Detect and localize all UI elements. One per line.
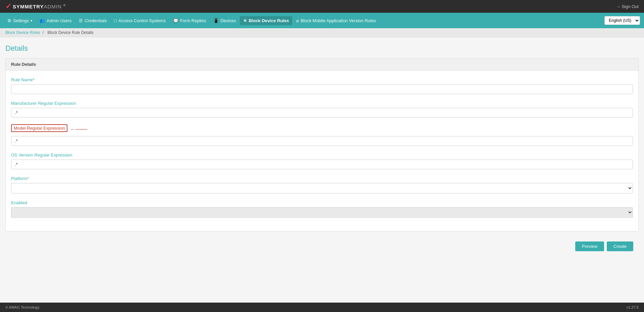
nav-item-block-mobile[interactable]: ⌀ Block Mobile Application Version Rules	[293, 16, 379, 25]
manufacturer-regex-input[interactable]	[11, 108, 633, 118]
top-bar: ✓ SYMMETRYADMIN ® → Sign Out	[0, 0, 644, 13]
nav-items: ⚙ Settings ▾ 👥 Admin Users ☰ Credentials…	[4, 16, 379, 25]
admin-users-icon: 👥	[40, 18, 45, 23]
footer-version: v1.27.6	[627, 305, 639, 309]
logo: ✓ SYMMETRYADMIN ®	[5, 3, 66, 10]
preview-button[interactable]: Preview	[575, 241, 604, 251]
enabled-select[interactable]	[11, 207, 633, 218]
nav-item-devices[interactable]: 📱 Devices	[210, 16, 239, 25]
create-button[interactable]: Create	[607, 241, 633, 251]
details-card: Rule Details Rule Name* Manufacturer Reg…	[5, 58, 639, 231]
main-content: Details Rule Details Rule Name* Manufact…	[0, 37, 644, 303]
platform-group: Platform*	[11, 176, 633, 193]
settings-icon: ⚙	[7, 18, 11, 23]
nav-item-block-device-rules[interactable]: ✕ Block Device Rules	[240, 16, 292, 25]
devices-icon: 📱	[213, 18, 219, 23]
breadcrumb-current: Block Device Rule Details	[47, 30, 93, 35]
nav-block-device-rules-label: Block Device Rules	[249, 18, 289, 23]
breadcrumb-link-block-device-rules[interactable]: Block Device Rules	[5, 30, 40, 35]
logo-text: SYMMETRYADMIN ®	[13, 4, 66, 9]
settings-dropdown-icon: ▾	[31, 19, 32, 23]
model-regex-input[interactable]	[11, 136, 633, 146]
breadcrumb-separator: /	[43, 30, 45, 35]
nav-admin-users-label: Admin Users	[47, 18, 71, 23]
nav-item-access-control[interactable]: □ Access Control Systems	[111, 16, 169, 25]
sign-out-icon: →	[616, 4, 620, 9]
model-regex-label-row: Model Regular Expression ←───	[11, 124, 633, 134]
block-mobile-icon: ⌀	[296, 18, 299, 23]
page-title: Details	[5, 44, 639, 53]
platform-select[interactable]	[11, 183, 633, 193]
footer-actions: Preview Create	[5, 238, 639, 255]
nav-item-settings[interactable]: ⚙ Settings ▾	[4, 16, 36, 25]
nav-access-control-label: Access Control Systems	[118, 18, 166, 23]
rule-name-input[interactable]	[11, 84, 633, 94]
os-version-regex-label: OS Version Regular Expression	[11, 152, 633, 158]
nav-devices-label: Devices	[220, 18, 236, 23]
platform-label: Platform*	[11, 176, 633, 181]
breadcrumb: Block Device Rules / Block Device Rule D…	[0, 28, 644, 37]
model-regex-label: Model Regular Expression	[11, 124, 67, 132]
block-device-rules-icon: ✕	[243, 18, 247, 23]
enabled-label: Enabled	[11, 200, 633, 205]
nav-block-mobile-label: Block Mobile Application Version Rules	[301, 18, 376, 23]
logo-icon: ✓	[5, 3, 11, 10]
language-selector[interactable]: English (US)	[604, 16, 640, 25]
manufacturer-regex-group: Manufacturer Regular Expression	[11, 101, 633, 118]
sign-out-button[interactable]: → Sign Out	[616, 4, 639, 9]
enabled-group: Enabled	[11, 200, 633, 218]
manufacturer-regex-label: Manufacturer Regular Expression	[11, 101, 633, 106]
nav-form-replies-label: Form Replies	[180, 18, 206, 23]
card-body: Rule Name* Manufacturer Regular Expressi…	[6, 71, 638, 231]
card-header: Rule Details	[6, 58, 638, 71]
sign-out-label: Sign Out	[622, 4, 639, 9]
page-footer: © AMAG Technology v1.27.6	[0, 303, 644, 312]
access-control-icon: □	[114, 18, 117, 23]
nav-item-credentials[interactable]: ☰ Credentials	[75, 16, 110, 25]
nav-settings-label: Settings	[13, 18, 29, 23]
nav-item-form-replies[interactable]: 💬 Form Replies	[170, 16, 209, 25]
rule-name-group: Rule Name*	[11, 77, 633, 94]
model-regex-group: Model Regular Expression ←───	[11, 124, 633, 146]
form-replies-icon: 💬	[173, 18, 178, 23]
os-version-regex-input[interactable]	[11, 160, 633, 169]
nav-bar: ⚙ Settings ▾ 👥 Admin Users ☰ Credentials…	[0, 13, 644, 28]
rule-name-label: Rule Name*	[11, 77, 633, 82]
os-version-regex-group: OS Version Regular Expression	[11, 152, 633, 169]
nav-item-admin-users[interactable]: 👥 Admin Users	[36, 16, 75, 25]
credentials-icon: ☰	[79, 18, 83, 23]
nav-credentials-label: Credentials	[85, 18, 107, 23]
footer-copyright: © AMAG Technology	[5, 305, 39, 309]
annotation-arrow: ←───	[70, 126, 87, 132]
